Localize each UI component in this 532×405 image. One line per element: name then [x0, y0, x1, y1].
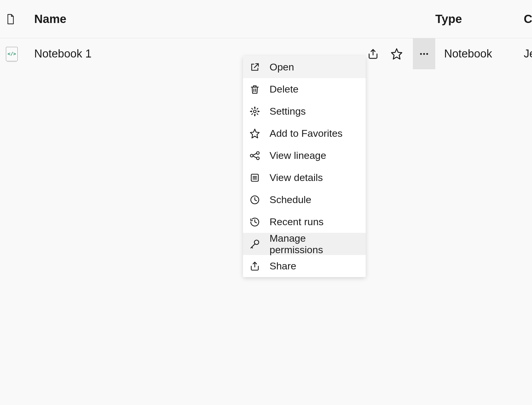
- row-type: Notebook: [435, 47, 524, 60]
- trash-icon: [249, 84, 260, 95]
- header-icon-cell: [6, 13, 34, 25]
- table-header: Name Type C: [0, 0, 532, 38]
- svg-point-3: [254, 110, 256, 113]
- menu-label: View details: [270, 172, 323, 183]
- context-menu: Open Delete Settings: [243, 56, 366, 277]
- menu-item-lineage[interactable]: View lineage: [243, 144, 366, 167]
- gear-icon: [249, 106, 260, 117]
- menu-item-share[interactable]: Share: [243, 255, 366, 277]
- row-actions: [366, 38, 435, 69]
- row-icon-cell: [6, 47, 34, 61]
- menu-label: Schedule: [270, 194, 311, 205]
- clock-icon: [249, 195, 260, 205]
- star-icon: [249, 128, 260, 139]
- column-header-type[interactable]: Type: [435, 12, 524, 26]
- lineage-icon: [249, 150, 260, 161]
- menu-item-settings[interactable]: Settings: [243, 100, 366, 122]
- key-icon: [249, 239, 260, 249]
- menu-label: Settings: [270, 106, 306, 117]
- history-icon: [249, 217, 260, 227]
- menu-label: Delete: [270, 83, 298, 95]
- row-extra: Jer: [524, 47, 532, 60]
- menu-label: Share: [270, 260, 296, 272]
- menu-item-delete[interactable]: Delete: [243, 78, 366, 100]
- menu-item-open[interactable]: Open: [243, 56, 366, 78]
- menu-item-schedule[interactable]: Schedule: [243, 189, 366, 211]
- more-options-button[interactable]: [413, 38, 435, 69]
- share-icon: [367, 48, 379, 60]
- svg-point-0: [420, 53, 422, 55]
- favorite-button[interactable]: [389, 47, 404, 61]
- column-header-name[interactable]: Name: [34, 12, 435, 26]
- notebook-name-label: Notebook 1: [34, 47, 91, 60]
- svg-point-1: [423, 53, 425, 55]
- svg-point-4: [250, 154, 253, 157]
- menu-label: Add to Favorites: [270, 128, 343, 139]
- details-icon: [249, 172, 260, 183]
- svg-point-6: [257, 157, 259, 159]
- open-external-icon: [249, 62, 260, 73]
- share-button[interactable]: [366, 47, 380, 61]
- share-icon: [249, 261, 260, 271]
- file-icon: [6, 13, 15, 25]
- menu-label: Recent runs: [270, 216, 324, 228]
- menu-label: Manage permissions: [270, 233, 359, 256]
- menu-item-permissions[interactable]: Manage permissions: [243, 233, 366, 255]
- menu-item-recent-runs[interactable]: Recent runs: [243, 211, 366, 233]
- menu-label: Open: [270, 61, 294, 73]
- more-horizontal-icon: [419, 49, 429, 59]
- menu-item-favorites[interactable]: Add to Favorites: [243, 122, 366, 144]
- svg-point-5: [257, 152, 259, 154]
- menu-label: View lineage: [270, 150, 326, 161]
- column-header-extra[interactable]: C: [524, 12, 532, 26]
- notebook-file-icon: [6, 47, 18, 61]
- star-icon: [390, 48, 403, 60]
- svg-point-2: [426, 53, 428, 55]
- menu-item-details[interactable]: View details: [243, 167, 366, 189]
